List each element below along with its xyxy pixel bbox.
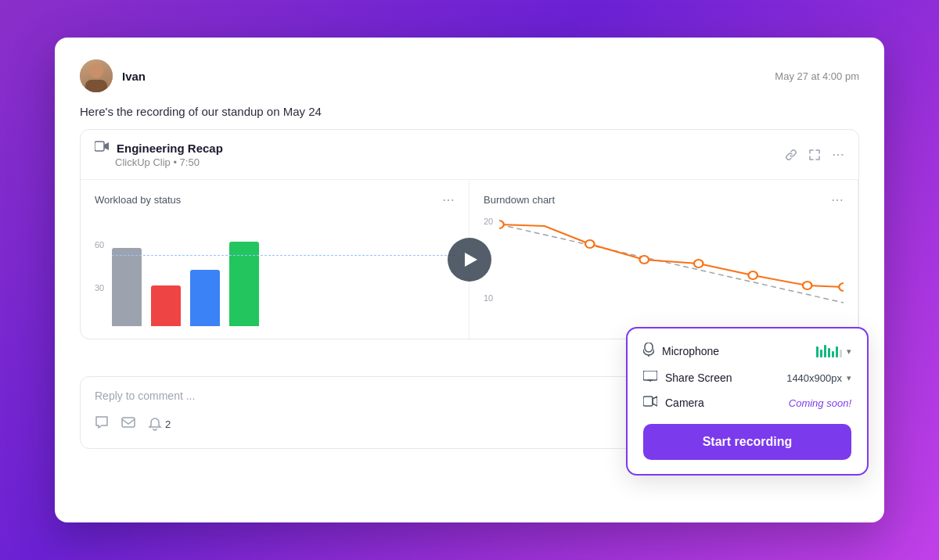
bell-icon (148, 418, 162, 432)
svg-point-5 (639, 256, 649, 264)
expand-icon[interactable] (808, 149, 821, 161)
burndown-more-btn[interactable]: ⋯ (831, 192, 844, 207)
svg-point-6 (694, 260, 703, 267)
clip-title: Engineering Recap (117, 142, 223, 155)
clip-meta: ClickUp Clip • 7:50 (115, 156, 223, 168)
coming-soon-label: Coming soon! (789, 397, 851, 409)
y-label-30: 30 (95, 283, 104, 293)
burndown-svg-area: 20 10 (484, 217, 844, 318)
post-header: Ivan May 27 at 4:00 pm (80, 59, 859, 92)
workload-chart-title: Workload by status (95, 194, 181, 206)
camera-right: Coming soon! (789, 397, 851, 409)
svg-rect-10 (122, 418, 135, 427)
mic-bar-5 (832, 351, 834, 357)
camera-popup-icon (643, 396, 657, 410)
svg-point-9 (839, 283, 844, 291)
chat-icon[interactable] (95, 415, 109, 433)
mic-bar-2 (820, 350, 822, 357)
microphone-left: Microphone (643, 343, 719, 360)
video-clip-icon (95, 141, 109, 155)
clip-header: Engineering Recap ClickUp Clip • 7:50 ⋯ (81, 130, 858, 180)
burndown-chart-title: Burndown chart (484, 194, 555, 206)
workload-chart-title-row: Workload by status ⋯ (95, 192, 455, 207)
bar-gray (112, 248, 142, 326)
mic-bar-7 (840, 350, 842, 357)
bar-red (151, 285, 181, 326)
play-triangle-icon (465, 253, 477, 267)
microphone-right[interactable]: ▾ (816, 345, 851, 357)
svg-marker-1 (104, 142, 109, 150)
burndown-svg (499, 217, 844, 311)
share-screen-right[interactable]: 1440x900px ▾ (786, 372, 851, 384)
more-options-icon[interactable]: ⋯ (832, 147, 844, 162)
workload-more-btn[interactable]: ⋯ (442, 192, 455, 207)
share-screen-row: Share Screen 1440x900px ▾ (643, 371, 851, 385)
mic-bar-6 (836, 346, 838, 357)
dashed-line (112, 255, 455, 256)
author-name: Ivan (122, 70, 146, 83)
mic-bar-3 (824, 345, 826, 357)
post-message: Here's the recording of our standup on M… (80, 105, 859, 118)
burndown-label-20: 20 (484, 217, 493, 226)
microphone-chevron-icon: ▾ (847, 346, 851, 357)
notification-count: 2 (165, 418, 171, 430)
svg-line-2 (499, 224, 844, 303)
bar-blue (190, 270, 220, 326)
clip-card: Engineering Recap ClickUp Clip • 7:50 ⋯ (80, 129, 859, 339)
mic-bar-1 (816, 346, 818, 357)
share-screen-left: Share Screen (643, 371, 732, 385)
microphone-label: Microphone (662, 345, 719, 357)
y-label-60: 60 (95, 240, 104, 249)
share-screen-label: Share Screen (665, 372, 732, 384)
camera-label: Camera (665, 397, 704, 409)
charts-area: Workload by status ⋯ 60 30 (81, 180, 858, 339)
bars-area (112, 224, 455, 326)
burndown-label-10: 10 (484, 293, 493, 303)
recording-popup: Microphone ▾ (626, 327, 869, 476)
play-button[interactable] (448, 238, 491, 282)
svg-point-4 (585, 240, 595, 248)
svg-point-8 (803, 282, 812, 289)
svg-rect-26 (643, 397, 653, 406)
burndown-chart-title-row: Burndown chart ⋯ (484, 192, 844, 207)
screen-chevron-icon: ▾ (847, 373, 851, 383)
monitor-icon (643, 371, 657, 385)
svg-rect-0 (95, 142, 104, 151)
mic-level-bars (816, 345, 842, 357)
link-icon[interactable] (785, 149, 797, 161)
microphone-popup-icon (643, 343, 654, 360)
avatar (80, 59, 113, 92)
post-author: Ivan (80, 59, 146, 92)
post-timestamp: May 27 at 4:00 pm (775, 70, 859, 82)
svg-point-3 (499, 221, 504, 228)
svg-point-7 (748, 271, 757, 279)
camera-left: Camera (643, 396, 704, 410)
mail-icon[interactable] (121, 415, 135, 433)
main-card: Ivan May 27 at 4:00 pm Here's the record… (55, 38, 884, 522)
svg-rect-23 (643, 371, 657, 380)
clip-actions: ⋯ (785, 147, 844, 162)
notification-badge: 2 (148, 418, 171, 432)
start-recording-button[interactable]: Start recording (643, 424, 851, 460)
svg-marker-27 (653, 397, 657, 406)
svg-rect-21 (645, 343, 653, 352)
camera-row: Camera Coming soon! (643, 396, 851, 410)
screen-resolution: 1440x900px (786, 372, 842, 384)
microphone-row: Microphone ▾ (643, 343, 851, 360)
clip-title-row: Engineering Recap (95, 141, 223, 155)
mic-bar-4 (828, 348, 830, 357)
workload-chart-panel: Workload by status ⋯ 60 30 (81, 180, 470, 339)
burndown-chart-panel: Burndown chart ⋯ 20 10 (470, 180, 858, 339)
